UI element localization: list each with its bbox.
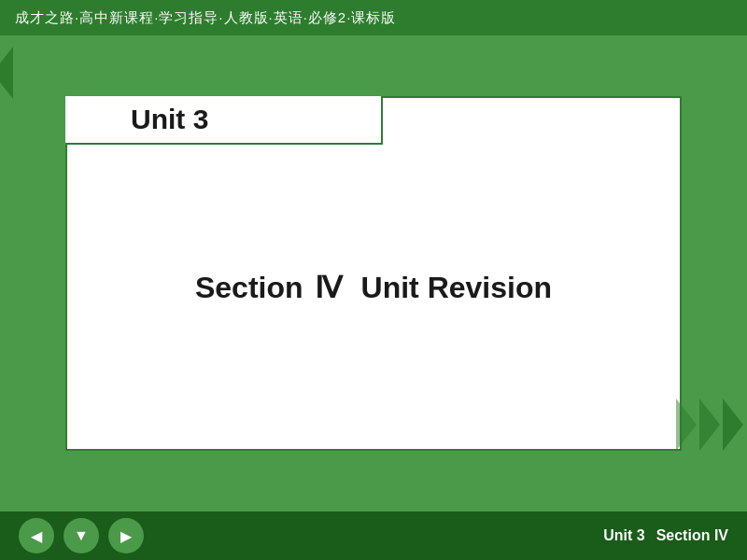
section-content: Section Ⅳ Unit Revision (195, 270, 552, 305)
footer-bar: ◀ ▼ ▶ Unit 3 Section IV (0, 511, 747, 560)
chevron-right-2 (699, 399, 720, 451)
footer-unit-label: Unit 3 (603, 527, 644, 544)
left-chevron-decoration (0, 47, 13, 99)
footer-labels: Unit 3 Section IV (603, 527, 728, 544)
content-card: Unit 3 Section Ⅳ Unit Revision (65, 96, 682, 451)
nav-down-icon: ▼ (74, 527, 89, 544)
chevron-right-1 (676, 399, 697, 451)
unit-title-area: Unit 3 (65, 96, 383, 145)
roman-numeral: Ⅳ (315, 270, 343, 305)
nav-down-button[interactable]: ▼ (63, 518, 99, 553)
header-bar: 成才之路·高中新课程·学习指导·人教版·英语·必修2·课标版 (0, 0, 747, 35)
header-title: 成才之路·高中新课程·学习指导·人教版·英语·必修2·课标版 (15, 9, 396, 27)
main-content: Unit 3 Section Ⅳ Unit Revision (0, 35, 747, 511)
nav-next-button[interactable]: ▶ (108, 518, 144, 553)
nav-buttons: ◀ ▼ ▶ (19, 518, 144, 553)
section-text: Section (195, 271, 303, 305)
nav-prev-button[interactable]: ◀ (19, 518, 54, 553)
right-chevron-decoration (676, 399, 743, 451)
nav-prev-icon: ◀ (31, 527, 42, 545)
revision-text: Unit Revision (361, 271, 552, 305)
unit-label: Unit 3 (131, 104, 208, 135)
footer-section-label: Section IV (656, 527, 728, 544)
nav-next-icon: ▶ (120, 527, 132, 545)
chevron-right-3 (723, 399, 743, 451)
chevron-left-3 (0, 47, 13, 99)
